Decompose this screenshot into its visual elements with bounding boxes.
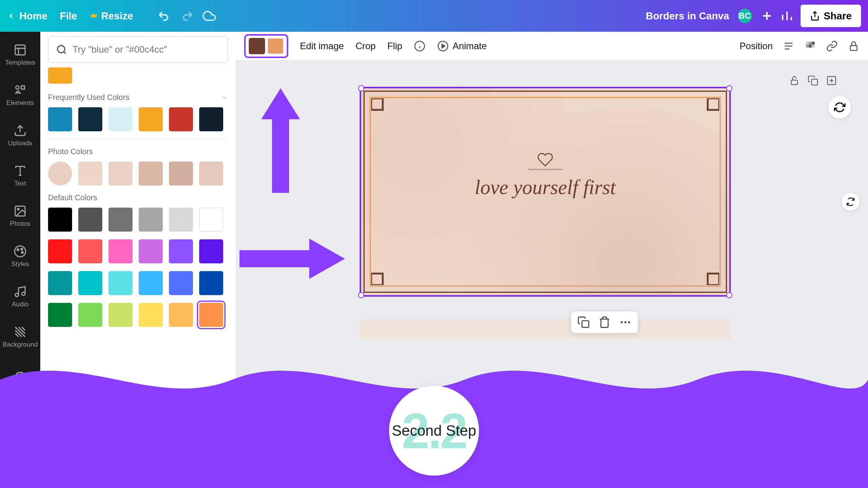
link-icon[interactable] — [826, 40, 838, 52]
cloud-sync-icon[interactable] — [203, 9, 216, 22]
add-page-icon[interactable] — [826, 75, 837, 86]
insights-icon[interactable] — [780, 9, 794, 22]
color-swatch[interactable] — [48, 208, 72, 232]
svg-rect-2 — [21, 86, 25, 89]
color-swatch[interactable] — [48, 107, 72, 131]
rail-uploads[interactable]: Uploads — [0, 115, 40, 156]
svg-point-33 — [628, 321, 630, 323]
color-swatch[interactable] — [199, 303, 223, 327]
transparency-icon[interactable] — [804, 40, 816, 52]
color-swatch[interactable] — [199, 162, 223, 186]
color-swatch[interactable] — [78, 271, 102, 295]
color-swatch[interactable] — [48, 162, 72, 186]
rail-elements[interactable]: Elements — [0, 75, 40, 115]
color-swatch[interactable] — [78, 239, 102, 263]
color-swatch[interactable] — [108, 239, 133, 263]
photos-icon — [14, 204, 27, 218]
color-swatch[interactable] — [199, 107, 223, 131]
color-swatch[interactable] — [139, 271, 163, 295]
color-swatch[interactable] — [199, 239, 223, 263]
rail-audio[interactable]: Audio — [0, 277, 40, 317]
rail-styles[interactable]: Styles — [0, 236, 40, 277]
resize-handle[interactable] — [726, 85, 732, 91]
color-swatch[interactable] — [169, 208, 193, 232]
color-swatch[interactable] — [48, 271, 72, 295]
document-title[interactable]: Borders in Canva — [646, 10, 729, 22]
color-search-box[interactable] — [48, 36, 228, 63]
color-swatch[interactable] — [169, 162, 193, 186]
chevron-down-icon[interactable] — [221, 94, 228, 101]
delete-icon[interactable] — [598, 316, 611, 328]
color-swatch[interactable] — [199, 208, 223, 232]
rail-more[interactable] — [0, 357, 40, 397]
resize-handle[interactable] — [358, 85, 364, 91]
sync-button[interactable] — [842, 193, 859, 211]
color-swatch[interactable] — [139, 239, 163, 263]
notes-button[interactable]: Notes — [246, 471, 286, 481]
file-menu[interactable]: File — [60, 10, 77, 22]
edit-image-button[interactable]: Edit image — [300, 41, 344, 52]
color-swatch[interactable] — [48, 303, 72, 327]
color-swatch[interactable] — [169, 107, 193, 131]
more-options-icon[interactable] — [619, 316, 632, 328]
help-icon[interactable] — [846, 470, 857, 482]
lock-icon[interactable] — [848, 40, 859, 52]
resize-handle[interactable] — [358, 292, 364, 298]
duplicate-page-icon[interactable] — [808, 75, 818, 86]
share-button[interactable]: Share — [801, 5, 861, 27]
rail-text[interactable]: Text — [0, 156, 40, 196]
photo-colors-row — [48, 162, 228, 186]
user-avatar[interactable]: BC — [736, 7, 753, 24]
color-swatch[interactable] — [108, 303, 133, 327]
color-swatch[interactable] — [78, 107, 102, 131]
color-swatch[interactable] — [139, 303, 163, 327]
fullscreen-icon[interactable] — [825, 470, 836, 482]
resize-button[interactable]: Resize — [90, 10, 133, 22]
search-input[interactable] — [72, 44, 220, 55]
flip-button[interactable]: Flip — [387, 41, 402, 52]
add-member-icon[interactable] — [760, 9, 773, 22]
animate-button[interactable]: Animate — [437, 40, 487, 52]
color-swatch[interactable] — [78, 303, 102, 327]
resize-handle[interactable] — [726, 292, 732, 298]
color-swatch-orange[interactable] — [267, 38, 284, 54]
annotation-arrow-up — [253, 88, 308, 193]
color-swatch[interactable] — [78, 208, 102, 232]
color-swatch[interactable] — [199, 271, 223, 295]
color-swatch[interactable] — [108, 162, 133, 186]
document-color-swatch[interactable] — [48, 67, 72, 84]
redo-icon[interactable] — [180, 9, 193, 22]
position-button[interactable]: Position — [740, 41, 773, 52]
undo-icon[interactable] — [158, 9, 171, 22]
home-button[interactable]: Home — [7, 10, 47, 22]
svg-point-32 — [624, 321, 626, 323]
layers-icon[interactable] — [783, 40, 794, 52]
crop-button[interactable]: Crop — [355, 41, 375, 52]
duplicate-icon[interactable] — [577, 316, 590, 328]
color-swatch[interactable] — [108, 208, 133, 232]
color-swatch[interactable] — [139, 208, 163, 232]
add-palette-button[interactable]: Add another p... — [40, 461, 236, 488]
element-color-swatches[interactable] — [244, 34, 288, 58]
photo-colors-title: Photo Colors — [48, 147, 228, 156]
color-swatch[interactable] — [139, 107, 163, 131]
rail-background[interactable]: Background — [0, 317, 40, 357]
color-swatch[interactable] — [169, 271, 193, 295]
sync-icon — [846, 197, 855, 206]
unlock-page-icon[interactable] — [789, 75, 800, 86]
color-swatch-brown[interactable] — [249, 38, 265, 54]
color-swatch[interactable] — [139, 162, 163, 186]
color-swatch[interactable] — [169, 303, 193, 327]
info-icon[interactable] — [414, 40, 425, 52]
color-swatch[interactable] — [169, 239, 193, 263]
rail-templates[interactable]: Templates — [0, 35, 40, 75]
color-swatch[interactable] — [108, 271, 133, 295]
color-swatch[interactable] — [48, 239, 72, 263]
color-swatch[interactable] — [78, 162, 102, 186]
pages-icon[interactable]: 1 — [804, 470, 815, 482]
svg-rect-20 — [809, 45, 812, 48]
regenerate-button[interactable] — [828, 96, 851, 119]
color-swatch[interactable] — [108, 107, 133, 131]
rail-photos[interactable]: Photos — [0, 196, 40, 236]
design-page[interactable]: 〰〰〰〰〰 love yourself first — [360, 87, 731, 297]
